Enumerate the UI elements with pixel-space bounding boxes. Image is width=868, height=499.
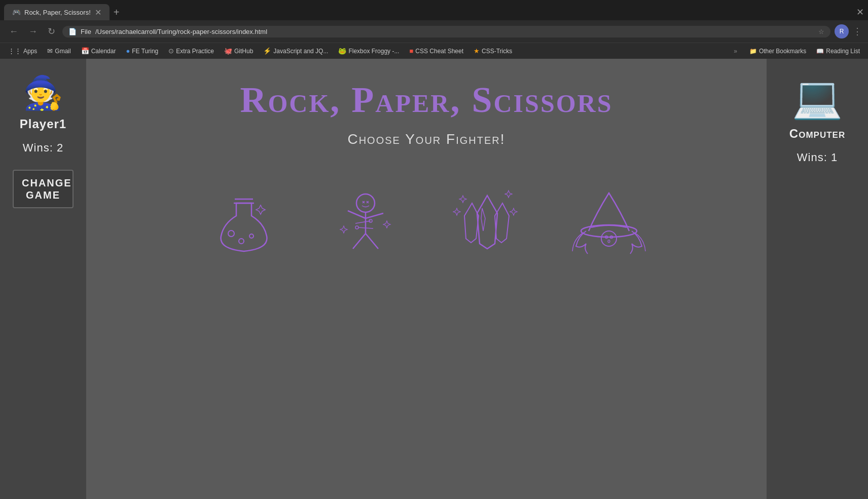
froggy-icon: 🐸 <box>338 47 346 55</box>
svg-line-12 <box>366 213 383 218</box>
fighter-potion[interactable] <box>198 178 290 269</box>
new-tab-button[interactable]: + <box>110 5 124 20</box>
bookmark-fe-turing-label: FE Turing <box>132 48 158 55</box>
profile-icon[interactable]: R <box>835 24 849 39</box>
svg-point-2 <box>228 231 234 237</box>
reload-button[interactable]: ↻ <box>45 24 58 39</box>
apps-icon: ⋮⋮ <box>8 47 21 55</box>
computer-icon: 💻 <box>792 74 843 122</box>
svg-marker-19 <box>477 196 497 249</box>
gmail-icon: ✉ <box>47 47 53 55</box>
bookmark-js-label: JavaScript and JQ... <box>273 48 328 55</box>
fighters-container <box>198 178 655 269</box>
tab-end-icon: ✕ <box>856 7 864 18</box>
bookmark-fe-turing[interactable]: ● FE Turing <box>124 46 160 56</box>
bookmark-css-tricks-label: CSS-Tricks <box>482 48 512 55</box>
fighter-witch[interactable] <box>563 178 655 269</box>
fe-turing-icon: ● <box>126 47 130 55</box>
reading-list-label: Reading List <box>826 48 860 55</box>
potion-icon <box>203 183 284 264</box>
tab-favicon: 🎮 <box>12 8 20 16</box>
css-tricks-icon: ★ <box>474 47 480 55</box>
right-sidebar: 💻 Computer Wins: 1 <box>767 59 868 499</box>
nav-bar: ← → ↻ 📄 File /Users/rachaelcarroll/Turin… <box>0 20 868 43</box>
left-sidebar: 🧙 Player1 Wins: 2 Change Game <box>0 59 86 499</box>
svg-point-3 <box>239 239 244 244</box>
bookmarks-more-button[interactable]: » <box>734 48 737 55</box>
bookmark-github-label: GitHub <box>234 48 253 55</box>
svg-line-17 <box>358 227 373 228</box>
extra-practice-icon: ⊙ <box>168 47 174 55</box>
bookmark-css-tricks[interactable]: ★ CSS-Tricks <box>472 46 514 56</box>
forward-button[interactable]: → <box>25 24 41 39</box>
bookmark-other[interactable]: 📁 Other Bookmarks <box>747 47 808 56</box>
bookmark-css-cheat-label: CSS Cheat Sheet <box>415 48 463 55</box>
svg-line-13 <box>353 234 366 249</box>
bookmarks-bar: ⋮⋮ Apps ✉ Gmail 📅 Calendar ● FE Turing ⊙… <box>0 43 868 59</box>
bookmark-css-cheat[interactable]: ■ CSS Cheat Sheet <box>407 46 465 56</box>
svg-point-4 <box>249 234 254 238</box>
bookmarks-right: 📁 Other Bookmarks 📖 Reading List <box>747 47 862 56</box>
svg-line-15 <box>355 221 371 223</box>
address-url[interactable]: /Users/rachaelcarroll/Turing/rock-paper-… <box>95 28 267 35</box>
js-icon: ⚡ <box>263 47 271 55</box>
bookmark-gmail[interactable]: ✉ Gmail <box>45 46 73 56</box>
computer-wins: Wins: 1 <box>797 151 838 164</box>
player-name: Player1 <box>20 117 66 131</box>
bookmark-extra-practice-label: Extra Practice <box>176 48 214 55</box>
bookmark-calendar-label: Calendar <box>91 48 116 55</box>
svg-point-24 <box>601 231 617 246</box>
other-bookmarks-label: Other Bookmarks <box>759 48 806 55</box>
tab-bar: 🎮 Rock, Paper, Scissors! ✕ + ✕ <box>0 0 868 20</box>
svg-marker-20 <box>464 203 479 243</box>
crystal-icon <box>447 183 528 264</box>
svg-point-5 <box>356 194 375 212</box>
bookmark-js[interactable]: ⚡ JavaScript and JQ... <box>261 46 330 56</box>
address-file-label: File <box>81 28 91 35</box>
other-bookmarks-icon: 📁 <box>749 48 757 55</box>
change-game-button[interactable]: Change Game <box>13 170 74 208</box>
game-area: Rock, Paper, Scissors Choose Your Fighte… <box>86 59 767 499</box>
menu-icon[interactable]: ⋮ <box>853 26 862 37</box>
witch-icon <box>568 183 649 264</box>
computer-name: Computer <box>789 127 845 141</box>
browser-chrome: 🎮 Rock, Paper, Scissors! ✕ + ✕ ← → ↻ 📄 F… <box>0 0 868 59</box>
bookmark-apps-label: Apps <box>23 48 37 55</box>
address-file-icon: 📄 <box>68 28 77 35</box>
address-actions: ☆ <box>818 28 824 35</box>
bookmark-calendar[interactable]: 📅 Calendar <box>79 46 118 56</box>
address-bar[interactable]: 📄 File /Users/rachaelcarroll/Turing/rock… <box>62 26 830 37</box>
bookmark-apps[interactable]: ⋮⋮ Apps <box>6 46 39 56</box>
css-cheat-icon: ■ <box>409 47 413 55</box>
voodoo-icon <box>325 183 406 264</box>
fighter-crystal[interactable] <box>442 178 533 269</box>
bookmark-froggy-label: Flexbox Froggy -... <box>348 48 399 55</box>
bookmark-extra-practice[interactable]: ⊙ Extra Practice <box>166 46 216 56</box>
player-avatar: 🧙 <box>23 74 63 112</box>
bookmark-reading[interactable]: 📖 Reading List <box>814 47 862 56</box>
fighter-voodoo[interactable] <box>320 178 411 269</box>
page-content: 🧙 Player1 Wins: 2 Change Game Rock, Pape… <box>0 59 868 499</box>
active-tab[interactable]: 🎮 Rock, Paper, Scissors! ✕ <box>4 4 110 20</box>
calendar-icon: 📅 <box>81 47 89 55</box>
bookmark-gmail-label: Gmail <box>55 48 70 55</box>
choose-text: Choose Your Fighter! <box>347 131 505 147</box>
svg-marker-22 <box>481 208 485 231</box>
back-button[interactable]: ← <box>6 24 21 39</box>
bookmark-github[interactable]: 🐙 GitHub <box>222 46 255 56</box>
player-wins: Wins: 2 <box>23 141 63 155</box>
svg-line-14 <box>366 234 378 249</box>
reading-list-icon: 📖 <box>816 48 824 55</box>
tab-title: Rock, Paper, Scissors! <box>24 9 91 16</box>
tab-close-button[interactable]: ✕ <box>95 8 101 17</box>
bookmark-star-icon[interactable]: ☆ <box>818 28 824 35</box>
github-icon: 🐙 <box>224 47 232 55</box>
game-title: Rock, Paper, Scissors <box>240 79 612 121</box>
bookmark-froggy[interactable]: 🐸 Flexbox Froggy -... <box>336 46 401 56</box>
